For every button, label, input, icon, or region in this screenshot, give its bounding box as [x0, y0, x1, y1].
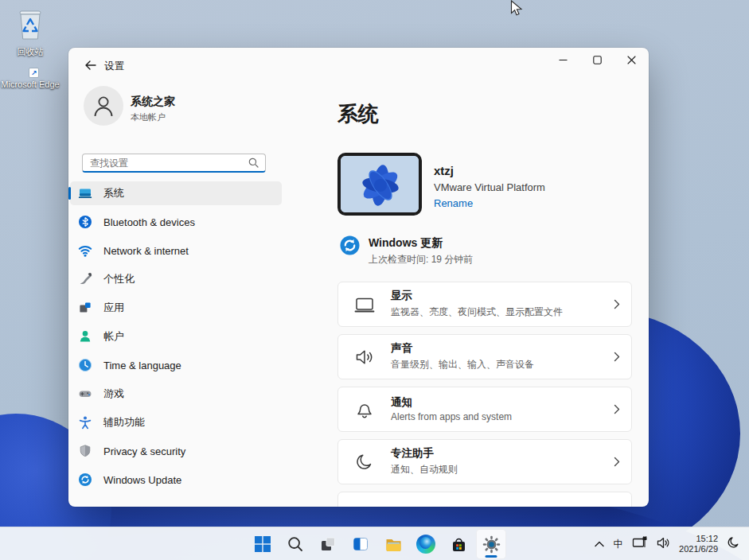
bluetooth-icon	[78, 215, 92, 229]
display-icon	[354, 294, 375, 315]
focus-assist-moon-icon[interactable]	[727, 535, 741, 553]
back-button[interactable]	[81, 57, 99, 73]
close-button[interactable]	[614, 48, 649, 72]
clock-time: 15:12	[679, 534, 718, 545]
sidebar-item-system[interactable]: 系统	[70, 181, 282, 205]
volume-icon[interactable]	[657, 537, 670, 552]
sidebar-item-accessibility[interactable]: 辅助功能	[70, 410, 282, 434]
card-title: 专注助手	[391, 447, 458, 460]
sidebar-item-bluetooth-devices[interactable]: Bluetooth & devices	[70, 210, 282, 234]
card-focus-assist[interactable]: 专注助手 通知、自动规则	[337, 439, 632, 484]
widgets-button[interactable]	[345, 529, 376, 559]
time-language-icon	[78, 358, 92, 372]
sidebar-item-label: 系统	[103, 186, 124, 200]
maximize-icon	[593, 56, 602, 64]
edge-icon	[416, 535, 435, 554]
sync-icon	[339, 235, 361, 259]
windows-logo-icon	[254, 535, 271, 553]
search-icon	[248, 158, 259, 168]
windows-update-status: 上次检查时间: 19 分钟前	[369, 253, 473, 266]
card-subtitle: Alerts from apps and system	[391, 411, 512, 422]
gear-icon	[482, 535, 501, 554]
sidebar-item-personalization[interactable]: 个性化	[70, 267, 282, 291]
desktop-icon-recycle-bin[interactable]: 回收站	[0, 6, 60, 57]
ime-indicator[interactable]: 中	[614, 538, 624, 551]
chevron-right-icon	[614, 457, 620, 467]
account-type: 本地帐户	[131, 111, 166, 123]
windows-update-title[interactable]: Windows 更新	[369, 236, 443, 251]
taskbar-search-button[interactable]	[280, 529, 310, 559]
sidebar-item-label: 应用	[103, 301, 124, 315]
device-thumbnail	[337, 153, 422, 216]
sidebar-item-gaming[interactable]: 游戏	[70, 382, 282, 406]
network-icon[interactable]	[632, 536, 648, 552]
sidebar-item-label: Network & internet	[103, 245, 189, 257]
card-sound[interactable]: 声音 音量级别、输出、输入、声音设备	[337, 334, 632, 379]
search-input[interactable]	[83, 158, 248, 169]
person-icon	[90, 92, 117, 119]
sidebar-item-accounts[interactable]: 帐户	[70, 325, 282, 348]
sidebar-item-label: 帐户	[103, 329, 124, 344]
sidebar-item-windows-update[interactable]: Windows Update	[70, 468, 282, 492]
sidebar-item-label: Bluetooth & devices	[103, 216, 195, 228]
mouse-cursor	[510, 0, 523, 21]
system-icon	[78, 186, 92, 200]
apps-icon	[78, 301, 92, 315]
card-display[interactable]: 显示 监视器、亮度、夜间模式、显示配置文件	[337, 282, 632, 327]
task-view-icon	[319, 535, 337, 553]
search-icon	[287, 536, 303, 552]
settings-window: 设置 系统之家 本地帐户	[68, 48, 649, 507]
recycle-bin-icon	[14, 6, 46, 44]
sidebar-item-privacy-security[interactable]: Privacy & security	[70, 439, 282, 463]
sidebar-item-apps[interactable]: 应用	[70, 296, 282, 320]
device-name: xtzj	[434, 164, 454, 177]
taskbar-tray: 中 15:12 2021/6/29	[594, 528, 741, 560]
sidebar-item-time-language[interactable]: Time & language	[70, 353, 282, 377]
settings-button[interactable]	[476, 529, 506, 559]
card-subtitle: 监视器、亮度、夜间模式、显示配置文件	[391, 305, 563, 319]
sidebar-item-label: Time & language	[103, 360, 181, 371]
sidebar-item-network-internet[interactable]: Network & internet	[70, 239, 282, 262]
chevron-right-icon	[614, 299, 620, 309]
card-power[interactable]: 电源	[337, 492, 632, 507]
store-icon	[450, 535, 468, 554]
avatar[interactable]	[84, 86, 123, 126]
store-button[interactable]	[443, 529, 474, 559]
network-icon	[78, 243, 92, 258]
card-subtitle: 音量级别、输出、输入、声音设备	[391, 358, 534, 371]
sidebar-item-label: 游戏	[103, 387, 124, 401]
window-title: 设置	[104, 60, 124, 73]
sidebar: 系统 Bluetooth & devices	[70, 181, 282, 496]
chevron-right-icon	[614, 404, 620, 414]
sidebar-item-label: 个性化	[103, 272, 135, 286]
accessibility-icon	[78, 415, 92, 430]
rename-link[interactable]: Rename	[434, 197, 473, 209]
desktop-icon-label: Microsoft Edge	[1, 79, 59, 90]
edge-button[interactable]	[411, 529, 441, 559]
clock-date: 2021/6/29	[679, 544, 718, 555]
settings-cards: 显示 监视器、亮度、夜间模式、显示配置文件 声音 音量级别、输出、输入、声音	[337, 282, 632, 507]
maximize-button[interactable]	[580, 48, 614, 72]
sidebar-item-label: Windows Update	[103, 474, 181, 486]
start-button[interactable]	[248, 529, 278, 559]
search-box[interactable]	[82, 154, 266, 173]
card-title: 声音	[391, 342, 534, 355]
sidebar-item-label: Privacy & security	[103, 445, 185, 457]
tray-chevron-up-icon[interactable]	[594, 537, 605, 551]
folder-icon	[384, 535, 403, 554]
task-view-button[interactable]	[313, 529, 343, 559]
desktop-icon-edge[interactable]: ↗ Microsoft Edge	[0, 76, 60, 90]
accounts-icon	[78, 329, 92, 344]
bell-icon	[354, 399, 375, 420]
chevron-right-icon	[614, 352, 620, 362]
file-explorer-button[interactable]	[378, 529, 408, 559]
shortcut-arrow-icon: ↗	[29, 68, 39, 78]
power-icon	[354, 504, 375, 508]
windows-update-icon	[78, 472, 92, 487]
speaker-icon	[354, 347, 375, 368]
card-notifications[interactable]: 通知 Alerts from apps and system	[337, 387, 632, 432]
moon-icon	[354, 452, 375, 472]
taskbar-clock[interactable]: 15:12 2021/6/29	[679, 534, 718, 555]
minimize-button[interactable]	[546, 48, 580, 72]
desktop: 回收站 ↗ Microsoft Edge 设置	[0, 0, 749, 560]
